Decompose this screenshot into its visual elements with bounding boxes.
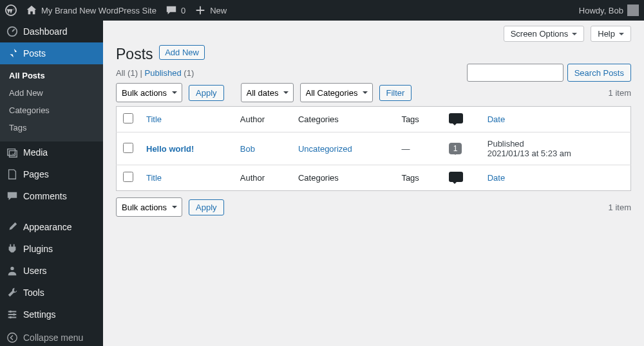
avatar <box>627 5 639 16</box>
wp-logo[interactable] <box>5 5 17 16</box>
comment-icon <box>166 5 177 16</box>
sidebar-label: Media <box>23 147 48 158</box>
filter-all-label: All <box>116 68 125 78</box>
plugin-icon <box>6 243 18 255</box>
sidebar-item-tools[interactable]: Tools <box>0 282 103 304</box>
row-title-link[interactable]: Hello world! <box>146 144 194 154</box>
wordpress-icon <box>5 5 17 16</box>
svg-point-4 <box>13 313 15 316</box>
new-label: New <box>210 6 227 15</box>
filter-all-count: (1) <box>128 68 138 78</box>
comments-link[interactable]: 0 <box>166 5 185 16</box>
users-icon <box>6 265 18 277</box>
col-categories: Categories <box>292 107 395 132</box>
sidebar-label: Plugins <box>23 244 53 254</box>
collapse-menu[interactable]: Collapse menu <box>0 325 103 346</box>
sidebar-item-dashboard[interactable]: Dashboard <box>0 21 103 42</box>
select-all-top[interactable] <box>123 113 133 123</box>
pages-icon <box>6 168 18 180</box>
add-new-button[interactable]: Add New <box>159 45 205 60</box>
comment-count: 1 <box>453 144 458 153</box>
sidebar-item-media[interactable]: Media <box>0 141 103 163</box>
col-author: Author <box>234 107 292 132</box>
col-title[interactable]: Title <box>140 107 234 132</box>
filter-published-label: Published <box>145 68 182 78</box>
sidebar-label: Appearance <box>23 222 72 232</box>
sidebar-label: Comments <box>23 191 67 201</box>
submenu-item-all-posts[interactable]: All Posts <box>0 67 103 84</box>
row-date-value: 2021/01/13 at 5:23 am <box>488 149 571 158</box>
plus-icon <box>194 5 206 16</box>
filter-button[interactable]: Filter <box>379 85 412 101</box>
sidebar-label: Tools <box>23 287 44 298</box>
submenu-item-categories[interactable]: Categories <box>0 102 103 119</box>
submenu-item-add-new[interactable]: Add New <box>0 84 103 102</box>
sidebar-label: Posts <box>23 48 46 59</box>
admin-bar: My Brand New WordPress Site 0 New Howdy,… <box>0 0 644 21</box>
separator: | <box>140 68 145 78</box>
sidebar-item-comments[interactable]: Comments <box>0 185 103 207</box>
caret-down-icon <box>619 29 624 39</box>
row-category-link[interactable]: Uncategorized <box>298 144 352 154</box>
sidebar-label: Users <box>23 266 47 276</box>
col-tags: Tags <box>395 165 442 191</box>
comment-count-badge[interactable]: 1 <box>449 143 462 154</box>
col-date[interactable]: Date <box>481 165 631 191</box>
row-date-status: Published <box>488 139 524 149</box>
wrench-icon <box>6 287 18 298</box>
sidebar-item-users[interactable]: Users <box>0 260 103 282</box>
dates-select[interactable]: All dates <box>241 83 294 102</box>
col-categories: Categories <box>292 165 395 191</box>
comment-icon <box>449 172 463 182</box>
categories-select[interactable]: All Categories <box>300 83 373 102</box>
dashboard-icon <box>6 26 18 37</box>
help-label: Help <box>598 29 615 39</box>
site-link[interactable]: My Brand New WordPress Site <box>26 5 156 16</box>
filter-all[interactable]: All (1) <box>116 68 138 78</box>
row-checkbox[interactable] <box>123 143 133 153</box>
filter-published-count: (1) <box>184 68 194 78</box>
col-date[interactable]: Date <box>481 107 631 132</box>
sidebar-item-posts[interactable]: Posts <box>0 42 103 64</box>
settings-icon <box>6 309 18 320</box>
row-author-link[interactable]: Bob <box>240 144 255 154</box>
sidebar-item-appearance[interactable]: Appearance <box>0 216 103 238</box>
sidebar-item-plugins[interactable]: Plugins <box>0 238 103 260</box>
posts-table: Title Author Categories Tags Date Hello … <box>116 106 631 191</box>
screen-options-button[interactable]: Screen Options <box>504 26 585 42</box>
new-link[interactable]: New <box>194 5 227 16</box>
col-title[interactable]: Title <box>140 165 234 191</box>
items-count-top: 1 item <box>609 88 631 98</box>
howdy-link[interactable]: Howdy, Bob <box>579 5 639 16</box>
help-button[interactable]: Help <box>591 26 631 42</box>
row-tags: — <box>395 132 442 165</box>
submenu-item-tags[interactable]: Tags <box>0 119 103 136</box>
comment-icon <box>449 113 463 123</box>
howdy-text: Howdy, Bob <box>579 6 623 15</box>
col-tags: Tags <box>395 107 442 132</box>
apply-button-top[interactable]: Apply <box>189 85 224 101</box>
svg-point-2 <box>10 267 14 270</box>
filter-published[interactable]: Published (1) <box>145 68 194 78</box>
row-date: Published 2021/01/13 at 5:23 am <box>481 132 631 165</box>
brush-icon <box>6 221 18 233</box>
search-input[interactable] <box>467 64 564 82</box>
sidebar-label: Dashboard <box>23 26 68 37</box>
sidebar-label: Pages <box>23 169 49 179</box>
bulk-actions-select[interactable]: Bulk actions <box>116 83 182 102</box>
content-area: Screen Options Help Posts Add New All (1… <box>103 21 644 346</box>
sidebar-item-settings[interactable]: Settings <box>0 304 103 325</box>
search-button[interactable]: Search Posts <box>567 64 631 82</box>
svg-point-3 <box>10 311 12 313</box>
apply-button-bottom[interactable]: Apply <box>189 199 224 215</box>
page-title: Posts <box>116 42 153 63</box>
comments-count: 0 <box>181 6 185 15</box>
sidebar-label: Settings <box>23 309 56 320</box>
col-author: Author <box>234 165 292 191</box>
select-all-bottom[interactable] <box>123 172 133 182</box>
sidebar-item-pages[interactable]: Pages <box>0 163 103 185</box>
svg-point-6 <box>8 333 17 342</box>
bulk-actions-select-bottom[interactable]: Bulk actions <box>116 197 182 217</box>
collapse-icon <box>6 332 18 343</box>
comment-icon <box>6 190 18 202</box>
